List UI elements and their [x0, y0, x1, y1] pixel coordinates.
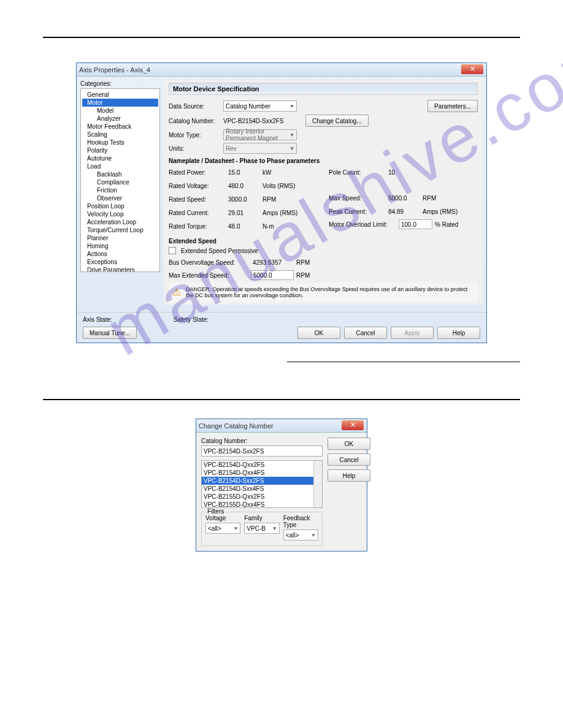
window-title: Change Catalog Number — [199, 422, 274, 430]
max-speed-label: Max Speed: — [329, 195, 384, 202]
max-speed-value: 5000.0 — [386, 192, 420, 203]
tree-item-torque-loop[interactable]: Torque/Current Loop — [82, 226, 158, 234]
extended-permissive-label: Extended Speed Permissive — [181, 248, 258, 254]
cancel-button[interactable]: Cancel — [327, 453, 370, 466]
rated-torque-unit: N-m — [262, 223, 305, 230]
tree-item-load[interactable]: Load — [82, 162, 158, 170]
bus-overvoltage-unit: RPM — [296, 259, 339, 266]
data-source-label: Data Source: — [169, 103, 221, 110]
chevron-down-icon: ▼ — [272, 526, 277, 531]
family-label: Family — [244, 515, 279, 521]
rated-power-label: Rated Power: — [169, 169, 224, 176]
data-source-select[interactable]: Catalog Number▼ — [223, 100, 297, 112]
rated-current-unit: Amps (RMS) — [262, 210, 305, 216]
voltage-label: Voltage — [205, 515, 240, 521]
tree-item-polarity[interactable]: Polarity — [82, 146, 158, 154]
tree-item-velocity-loop[interactable]: Velocity Loop — [82, 210, 158, 218]
rated-voltage-value: 480.0 — [226, 180, 260, 191]
ok-button[interactable]: OK — [327, 438, 370, 450]
tree-item-actions[interactable]: Actions — [82, 250, 158, 258]
catalog-input[interactable] — [201, 446, 323, 457]
tree-item-compliance[interactable]: Compliance — [82, 178, 158, 186]
overload-unit: % Rated — [435, 221, 478, 228]
catalog-list[interactable]: VPC-B2154D-Qxx2FS VPC-B2154D-Qxx4FS VPC-… — [201, 460, 323, 508]
rated-speed-value: 3000.0 — [226, 194, 260, 205]
safety-state-label: Safety State: — [174, 316, 209, 323]
peak-current-unit: Amps (RMS) — [423, 208, 465, 215]
rated-torque-value: 48.0 — [226, 221, 260, 232]
tree-item-accel-loop[interactable]: Acceleration Loop — [82, 218, 158, 226]
ok-button[interactable]: OK — [297, 327, 340, 339]
manual-tune-button[interactable]: Manual Tune... — [83, 327, 137, 339]
rated-power-unit: kW — [262, 169, 305, 176]
tree-item-motor[interactable]: Motor — [82, 99, 158, 107]
rated-speed-label: Rated Speed: — [169, 196, 224, 203]
tree-item-analyzer[interactable]: Analyzer — [82, 115, 158, 123]
pole-count-value: 10 — [386, 167, 420, 178]
titlebar: Change Catalog Number ✕ — [196, 419, 367, 433]
tree-item-planner[interactable]: Planner — [82, 234, 158, 242]
list-item[interactable]: VPC-B2155D-Qxx2FS — [202, 493, 322, 501]
rated-voltage-label: Rated Voltage: — [169, 183, 224, 189]
panel-header: Motor Device Specification — [169, 83, 478, 95]
tree-item-friction[interactable]: Friction — [82, 186, 158, 194]
apply-button[interactable]: Apply — [391, 327, 434, 339]
list-item[interactable]: VPC-B2155D-Qxx4FS — [202, 501, 322, 508]
tree-item-model[interactable]: Model — [82, 107, 158, 115]
peak-current-label: Peak Current: — [329, 208, 384, 215]
list-item[interactable]: VPC-B2154D-Sxx2FS — [202, 477, 322, 485]
axis-state-label: Axis State: — [83, 316, 112, 323]
chevron-down-icon: ▼ — [233, 526, 238, 531]
voltage-select[interactable]: <all>▼ — [205, 523, 240, 534]
warning-box: ⚠ DANGER: Operation at speeds exceeding … — [169, 282, 478, 302]
category-tree[interactable]: General Motor Model Analyzer Motor Feedb… — [80, 88, 160, 272]
catalog-number-value: VPC-B2154D-Sxx2FS — [223, 118, 303, 124]
feedback-select[interactable]: <all>▼ — [283, 529, 318, 540]
units-select: Rev▼ — [223, 143, 297, 154]
change-catalog-button[interactable]: Change Catalog... — [305, 115, 369, 127]
help-button[interactable]: Help — [437, 327, 480, 339]
categories-label: Categories: — [80, 80, 160, 87]
tree-item-observer[interactable]: Observer — [82, 194, 158, 202]
tree-item-backlash[interactable]: Backlash — [82, 170, 158, 178]
tree-item-autotune[interactable]: Autotune — [82, 154, 158, 162]
change-catalog-dialog: Change Catalog Number ✕ Catalog Number: … — [196, 419, 367, 552]
list-item[interactable]: VPC-B2154D-Qxx2FS — [202, 461, 322, 469]
nameplate-header: Nameplate / Datasheet - Phase to Phase p… — [169, 157, 478, 164]
cancel-button[interactable]: Cancel — [344, 327, 387, 339]
tree-item-homing[interactable]: Homing — [82, 242, 158, 250]
overload-value[interactable]: 100.0 — [399, 219, 432, 229]
tree-item-motor-feedback[interactable]: Motor Feedback — [82, 123, 158, 131]
filters-group: Filters Voltage <all>▼ Family VPC-B▼ Fee… — [201, 512, 323, 546]
extended-permissive-checkbox[interactable] — [169, 247, 176, 254]
tree-item-exceptions[interactable]: Exceptions — [82, 258, 158, 266]
max-ext-value[interactable]: 5000.0 — [251, 270, 294, 280]
catalog-number-label: Catalog Number: — [169, 118, 221, 124]
max-ext-label: Max Extended Speed: — [169, 272, 248, 279]
tree-item-hookup[interactable]: Hookup Tests — [82, 138, 158, 146]
list-item[interactable]: VPC-B2154D-Sxx4FS — [202, 485, 322, 493]
rated-voltage-unit: Volts (RMS) — [262, 183, 305, 189]
close-icon[interactable]: ✕ — [342, 420, 364, 430]
max-speed-unit: RPM — [423, 195, 465, 202]
tree-item-position-loop[interactable]: Position Loop — [82, 202, 158, 210]
tree-item-drive-params[interactable]: Drive Parameters — [82, 266, 158, 272]
list-item[interactable]: VPC-B2154D-Qxx4FS — [202, 469, 322, 477]
help-button[interactable]: Help — [327, 469, 370, 482]
chevron-down-icon: ▼ — [289, 132, 294, 138]
window-title: Axis Properties - Axis_4 — [79, 66, 150, 74]
rated-current-value: 29.01 — [226, 207, 260, 218]
parameters-button[interactable]: Parameters... — [427, 100, 478, 112]
tree-item-scaling[interactable]: Scaling — [82, 131, 158, 138]
rated-torque-label: Rated Torque: — [169, 223, 224, 230]
chevron-down-icon: ▼ — [311, 533, 316, 538]
scrollbar[interactable] — [313, 461, 322, 507]
tree-item-general[interactable]: General — [82, 91, 158, 99]
filters-legend: Filters — [205, 508, 226, 515]
close-icon[interactable]: ✕ — [461, 64, 483, 74]
pole-count-label: Pole Count: — [329, 169, 384, 176]
chevron-down-icon: ▼ — [289, 104, 294, 109]
motor-type-label: Motor Type: — [169, 132, 221, 138]
family-select[interactable]: VPC-B▼ — [244, 523, 279, 534]
catalog-label: Catalog Number: — [201, 438, 323, 444]
